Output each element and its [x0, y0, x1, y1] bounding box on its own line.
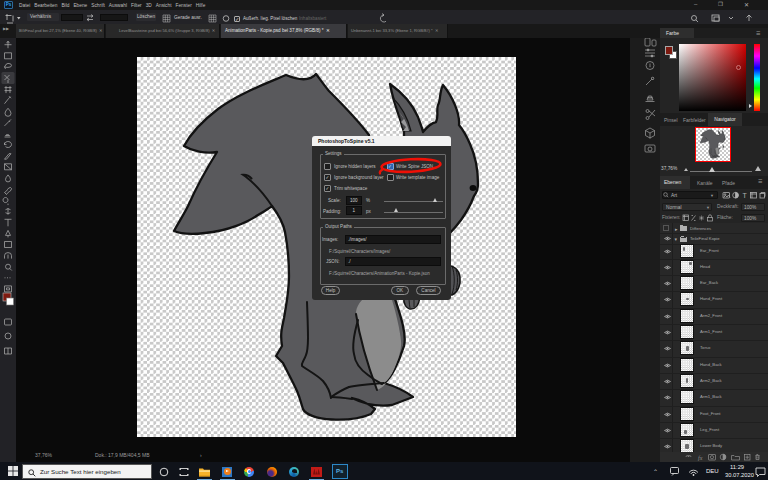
svg-text:T: T	[743, 192, 748, 199]
svg-text:fx: fx	[698, 455, 703, 461]
